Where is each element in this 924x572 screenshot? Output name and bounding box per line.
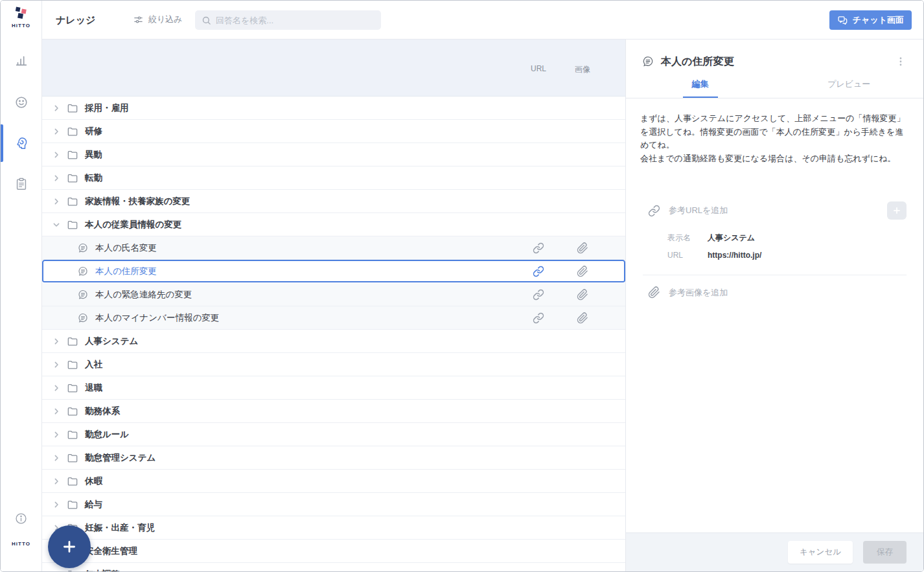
tree-row-folder[interactable]: 給与	[42, 493, 625, 516]
tree-row-folder[interactable]: 妊娠・出産・育児	[42, 516, 625, 540]
tree-row-answer[interactable]: 本人の住所変更	[42, 260, 625, 283]
kebab-menu-button[interactable]	[894, 54, 908, 69]
chevron-right-icon[interactable]	[52, 407, 60, 415]
tree-row-folder[interactable]: 採用・雇用	[42, 97, 625, 120]
row-label: 異動	[85, 149, 102, 161]
chevron-right-icon[interactable]	[52, 174, 60, 182]
row-label: 妊娠・出産・育児	[85, 522, 155, 534]
answer-tree: 採用・雇用研修異動転勤家族情報・扶養家族の変更本人の従業員情報の変更本人の氏名変…	[42, 97, 625, 571]
tree-row-folder[interactable]: 勤怠ルール	[42, 423, 625, 446]
column-header-image: 画像	[570, 64, 595, 75]
paperclip-icon[interactable]	[577, 289, 588, 301]
section-divider	[643, 275, 907, 275]
search-box[interactable]	[195, 10, 381, 30]
sidebar-item-logs[interactable]	[1, 170, 41, 198]
save-button[interactable]: 保存	[863, 541, 907, 564]
folder-icon	[67, 569, 78, 572]
link-icon[interactable]	[533, 242, 544, 254]
chevron-right-icon[interactable]	[52, 571, 60, 572]
chevron-right-icon[interactable]	[52, 337, 60, 345]
chevron-right-icon[interactable]	[52, 431, 60, 439]
chevron-right-icon[interactable]	[52, 198, 60, 205]
chevron-right-icon[interactable]	[52, 104, 60, 112]
tree-row-folder[interactable]: 勤怠管理システム	[42, 446, 625, 470]
filter-button[interactable]: 絞り込み	[133, 14, 183, 25]
display-name-label: 表示名	[667, 233, 697, 244]
folder-icon	[67, 382, 78, 394]
reference-url-section: 参考URLを追加	[626, 201, 923, 220]
folder-icon	[67, 172, 78, 184]
link-icon[interactable]	[533, 312, 544, 324]
row-label: 安全衛生管理	[85, 545, 137, 557]
search-input[interactable]	[216, 16, 375, 25]
active-nav-indicator	[1, 124, 3, 162]
chevron-right-icon[interactable]	[52, 361, 60, 369]
tree-row-answer[interactable]: 本人の緊急連絡先の変更	[42, 283, 625, 306]
sidebar-item-info[interactable]	[1, 504, 41, 532]
answer-icon	[641, 55, 654, 68]
tree-row-folder[interactable]: 異動	[42, 143, 625, 166]
add-button[interactable]	[48, 525, 91, 568]
tree-row-folder[interactable]: 年末調整	[42, 563, 625, 571]
sidebar-item-feedback[interactable]	[1, 88, 41, 117]
display-name-value[interactable]: 人事システム	[708, 233, 755, 244]
add-url-button[interactable]	[887, 201, 907, 220]
link-icon[interactable]	[533, 266, 544, 277]
sidebar-item-knowledge[interactable]	[1, 129, 41, 157]
tree-row-folder[interactable]: 人事システム	[42, 330, 625, 353]
chevron-down-icon[interactable]	[52, 221, 60, 229]
paperclip-icon[interactable]	[577, 242, 588, 254]
tree-row-folder[interactable]: 研修	[42, 120, 625, 143]
folder-icon	[67, 499, 78, 510]
folder-icon	[67, 196, 78, 207]
folder-icon	[67, 475, 78, 487]
row-label: 退職	[85, 382, 102, 394]
tree-row-folder[interactable]: 勤務体系	[42, 400, 625, 423]
folder-icon	[67, 219, 78, 231]
chevron-right-icon[interactable]	[52, 454, 60, 462]
chevron-right-icon[interactable]	[52, 477, 60, 485]
tab-preview[interactable]: プレビュー	[775, 78, 924, 98]
row-label: 転勤	[85, 172, 102, 184]
hitto-logo[interactable]: HiTTO	[1, 6, 41, 29]
hitto-logo-text: HiTTO	[1, 23, 41, 29]
tree-row-folder[interactable]: 休暇	[42, 470, 625, 493]
clipboard-icon	[14, 177, 29, 191]
tree-row-folder[interactable]: 本人の従業員情報の変更	[42, 213, 625, 236]
row-label: 休暇	[85, 475, 102, 487]
folder-icon	[67, 102, 78, 114]
paperclip-icon[interactable]	[577, 266, 588, 277]
chevron-right-icon[interactable]	[52, 384, 60, 392]
row-label: 人事システム	[85, 336, 138, 347]
tree-row-answer[interactable]: 本人のマイナンバー情報の変更	[42, 306, 625, 330]
detail-tabs: 編集 プレビュー	[626, 78, 923, 98]
tree-row-answer[interactable]: 本人の氏名変更	[42, 236, 625, 260]
answer-icon	[77, 242, 89, 254]
knowledge-head-icon	[14, 136, 29, 150]
chevron-right-icon[interactable]	[52, 151, 60, 159]
filter-label: 絞り込み	[148, 14, 183, 25]
chat-screen-button[interactable]: チャット画面	[829, 10, 912, 30]
page-title: ナレッジ	[56, 14, 95, 27]
detail-footer: キャンセル 保存	[626, 532, 923, 571]
tree-row-folder[interactable]: 家族情報・扶養家族の変更	[42, 190, 625, 213]
reference-url-details: 表示名 人事システム URL https://hitto.jp/	[667, 233, 923, 267]
tree-row-folder[interactable]: 退職	[42, 376, 625, 400]
row-label: 採用・雇用	[85, 102, 129, 114]
url-value[interactable]: https://hitto.jp/	[708, 251, 761, 260]
tree-row-folder[interactable]: 安全衛生管理	[42, 540, 625, 563]
link-icon[interactable]	[533, 289, 544, 301]
answer-body-text[interactable]: まずは、人事システムにアクセスして、上部メニューの「情報変更」を選択してね。情報…	[626, 98, 923, 165]
chevron-right-icon[interactable]	[52, 128, 60, 135]
paperclip-icon[interactable]	[577, 312, 588, 324]
chat-bubbles-icon	[837, 15, 848, 26]
cancel-button[interactable]: キャンセル	[788, 541, 853, 564]
hitto-logo-icon	[13, 6, 30, 21]
tree-row-folder[interactable]: 入社	[42, 353, 625, 376]
sidebar-item-analytics[interactable]	[1, 47, 41, 75]
answer-icon	[77, 289, 89, 301]
tree-row-folder[interactable]: 転勤	[42, 166, 625, 190]
chevron-right-icon[interactable]	[52, 501, 60, 509]
tab-edit[interactable]: 編集	[626, 78, 775, 98]
answer-icon	[77, 312, 89, 324]
